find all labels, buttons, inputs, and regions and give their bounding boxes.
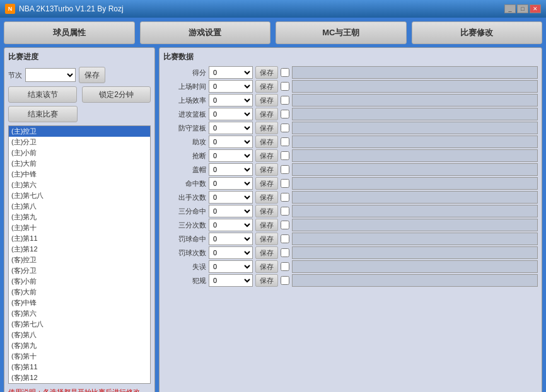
stat-value-select[interactable]: 0123456789101112131415161718192021222324… xyxy=(209,246,253,259)
stat-extra-input[interactable] xyxy=(292,274,538,287)
player-list-item[interactable]: (客)控卫 xyxy=(9,255,150,265)
stat-checkbox[interactable] xyxy=(281,262,289,271)
minimize-button[interactable]: _ xyxy=(504,4,516,13)
player-list-item[interactable]: (主)第12 xyxy=(9,244,150,255)
player-list-item[interactable]: (客)第八 xyxy=(9,330,150,340)
stat-checkbox[interactable] xyxy=(281,68,289,77)
player-list-item[interactable]: (主)小前 xyxy=(9,147,150,158)
stat-value-select[interactable]: 0123456789101112131415161718192021222324… xyxy=(209,177,253,190)
stat-save-button[interactable]: 保存 xyxy=(255,108,278,120)
tab-mc-dynasty[interactable]: MC与王朝 xyxy=(276,21,407,44)
stat-extra-input[interactable] xyxy=(292,233,538,245)
stat-value-select[interactable]: 0123456789101112131415161718192021222324… xyxy=(209,122,253,134)
player-list-item[interactable]: (客)分卫 xyxy=(9,265,150,276)
stat-extra-input[interactable] xyxy=(292,149,538,162)
stat-save-button[interactable]: 保存 xyxy=(255,260,278,273)
maximize-button[interactable]: □ xyxy=(517,4,528,13)
player-list-item[interactable]: (主)分卫 xyxy=(9,137,150,147)
stat-checkbox[interactable] xyxy=(281,179,289,188)
player-list-item[interactable]: (客)小前 xyxy=(9,276,150,287)
player-list-item[interactable]: (主)第11 xyxy=(9,233,150,244)
stat-extra-input[interactable] xyxy=(292,219,538,231)
player-list-item[interactable]: (主)第八 xyxy=(9,201,150,212)
stat-extra-input[interactable] xyxy=(292,135,538,148)
player-list-item[interactable]: (主)控卫 xyxy=(9,126,150,137)
stat-value-select[interactable]: 0123456789101112131415161718192021222324… xyxy=(209,219,253,231)
stat-extra-input[interactable] xyxy=(292,66,538,79)
player-list-item[interactable]: (客)第七八 xyxy=(9,319,150,330)
stat-save-button[interactable]: 保存 xyxy=(255,233,278,245)
stat-save-button[interactable]: 保存 xyxy=(255,80,278,93)
tab-player-attributes[interactable]: 球员属性 xyxy=(4,21,135,44)
stat-checkbox[interactable] xyxy=(281,151,289,160)
stat-checkbox[interactable] xyxy=(281,276,289,285)
stat-save-button[interactable]: 保存 xyxy=(255,205,278,217)
stat-value-select[interactable]: 0123456789101112131415161718192021222324… xyxy=(209,274,253,287)
player-list[interactable]: (主)控卫(主)分卫(主)小前(主)大前(主)中锋(主)第六(主)第七八(主)第… xyxy=(8,125,151,384)
stat-save-button[interactable]: 保存 xyxy=(255,135,278,148)
stat-extra-input[interactable] xyxy=(292,205,538,217)
player-list-item[interactable]: (客)第六 xyxy=(9,308,150,319)
stat-save-button[interactable]: 保存 xyxy=(255,94,278,107)
tab-game-settings[interactable]: 游戏设置 xyxy=(140,21,271,44)
stat-value-select[interactable]: 0123456789101112131415161718192021222324… xyxy=(209,191,253,204)
tab-match-modify[interactable]: 比赛修改 xyxy=(412,21,543,44)
stat-value-select[interactable]: 0123456789101112131415161718192021222324… xyxy=(209,80,253,93)
stat-checkbox[interactable] xyxy=(281,207,289,216)
stat-save-button[interactable]: 保存 xyxy=(255,191,278,204)
player-list-item[interactable]: (客)第11 xyxy=(9,362,150,372)
stat-value-select[interactable]: 0123456789101112131415161718192021222324… xyxy=(209,94,253,107)
stat-extra-input[interactable] xyxy=(292,94,538,107)
stat-value-select[interactable]: 0123456789101112131415161718192021222324… xyxy=(209,108,253,120)
stat-save-button[interactable]: 保存 xyxy=(255,122,278,134)
player-list-item[interactable]: (客)第十 xyxy=(9,351,150,362)
stat-value-select[interactable]: 0123456789101112131415161718192021222324… xyxy=(209,135,253,148)
stat-value-select[interactable]: 0123456789101112131415161718192021222324… xyxy=(209,205,253,217)
stat-checkbox[interactable] xyxy=(281,137,289,146)
stat-checkbox[interactable] xyxy=(281,234,289,243)
stat-save-button[interactable]: 保存 xyxy=(255,177,278,190)
player-list-item[interactable]: (主)中锋 xyxy=(9,169,150,180)
stat-value-select[interactable]: 0123456789101112131415161718192021222324… xyxy=(209,66,253,79)
stat-extra-input[interactable] xyxy=(292,191,538,204)
stat-extra-input[interactable] xyxy=(292,122,538,134)
stat-checkbox[interactable] xyxy=(281,110,289,118)
player-list-item[interactable]: (主)第七八 xyxy=(9,190,150,201)
stat-value-select[interactable]: 0123456789101112131415161718192021222324… xyxy=(209,149,253,162)
stat-save-button[interactable]: 保存 xyxy=(255,219,278,231)
stat-checkbox[interactable] xyxy=(281,248,289,257)
player-list-item[interactable]: (客)第12 xyxy=(9,372,150,383)
stat-checkbox[interactable] xyxy=(281,221,289,229)
end-section-button[interactable]: 结束该节 xyxy=(8,86,77,103)
stat-extra-input[interactable] xyxy=(292,80,538,93)
save-quarter-button[interactable]: 保存 xyxy=(79,67,105,83)
stat-extra-input[interactable] xyxy=(292,108,538,120)
lock-2min-button[interactable]: 锁定2分钟 xyxy=(82,86,151,103)
player-list-item[interactable]: (主)第十 xyxy=(9,222,150,233)
stat-extra-input[interactable] xyxy=(292,163,538,176)
player-list-item[interactable]: (客)大前 xyxy=(9,287,150,297)
quarter-select[interactable]: 第一节 第二节 第三节 第四节 xyxy=(25,68,76,82)
stat-checkbox[interactable] xyxy=(281,96,289,105)
close-button[interactable]: ✕ xyxy=(530,4,541,13)
stat-save-button[interactable]: 保存 xyxy=(255,246,278,259)
player-list-item[interactable]: (主)第九 xyxy=(9,212,150,222)
player-list-item[interactable]: (主)第六 xyxy=(9,180,150,190)
stat-extra-input[interactable] xyxy=(292,246,538,259)
stat-value-select[interactable]: 0123456789101112131415161718192021222324… xyxy=(209,260,253,273)
stat-checkbox[interactable] xyxy=(281,193,289,202)
stat-save-button[interactable]: 保存 xyxy=(255,66,278,79)
stat-checkbox[interactable] xyxy=(281,82,289,91)
stat-checkbox[interactable] xyxy=(281,165,289,174)
stat-extra-input[interactable] xyxy=(292,260,538,273)
stat-save-button[interactable]: 保存 xyxy=(255,149,278,162)
stat-extra-input[interactable] xyxy=(292,177,538,190)
stat-checkbox[interactable] xyxy=(281,124,289,132)
stat-save-button[interactable]: 保存 xyxy=(255,274,278,287)
end-match-button[interactable]: 结束比赛 xyxy=(8,106,78,122)
player-list-item[interactable]: (客)第九 xyxy=(9,340,150,351)
stat-value-select[interactable]: 0123456789101112131415161718192021222324… xyxy=(209,233,253,245)
stat-save-button[interactable]: 保存 xyxy=(255,163,278,176)
stat-value-select[interactable]: 0123456789101112131415161718192021222324… xyxy=(209,163,253,176)
player-list-item[interactable]: (主)大前 xyxy=(9,158,150,169)
